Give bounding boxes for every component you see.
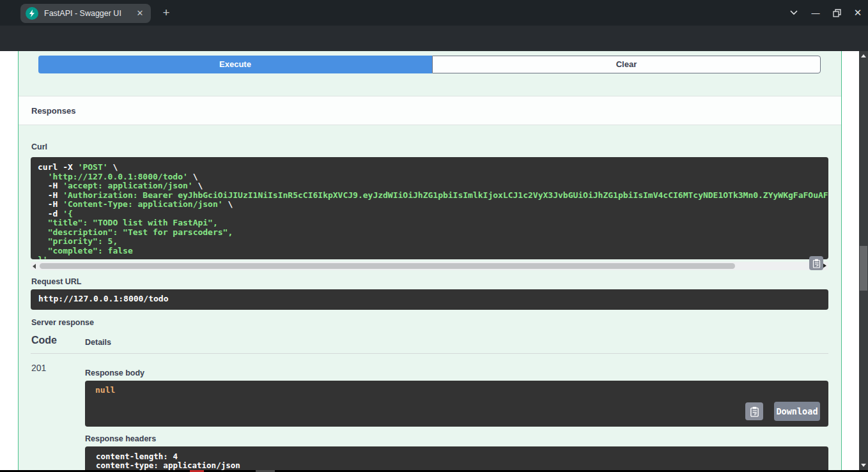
- request-url-block: http://127.0.0.1:8000/todo: [31, 289, 828, 310]
- responses-title: Responses: [31, 106, 75, 116]
- details-column-header: Details: [85, 338, 111, 347]
- responses-header-band: Responses: [19, 96, 841, 125]
- scrollbar-up-arrow-icon[interactable]: [861, 54, 866, 57]
- curl-copy-button[interactable]: [809, 256, 823, 270]
- response-body-block: null Download: [85, 381, 828, 427]
- scrollbar-thumb[interactable]: [860, 246, 867, 291]
- fastapi-favicon-icon: [26, 7, 38, 20]
- curl-horizontal-scrollbar[interactable]: [31, 262, 828, 270]
- new-tab-button[interactable]: +: [160, 6, 173, 19]
- response-headers-label: Response headers: [85, 434, 156, 443]
- clear-button[interactable]: Clear: [432, 56, 821, 73]
- page-scrollbar[interactable]: [859, 51, 868, 470]
- window-close-button[interactable]: ✕: [850, 0, 865, 26]
- browser-toolbar: i 127.0.0.1:8000/docs#/Todo/create_todo_…: [0, 26, 868, 51]
- hscroll-thumb[interactable]: [40, 263, 735, 269]
- code-column-header: Code: [31, 335, 57, 346]
- tab-search-chevron-icon[interactable]: [786, 0, 802, 26]
- response-body-label: Response body: [85, 369, 144, 377]
- request-url-text: http://127.0.0.1:8000/todo: [38, 294, 821, 304]
- swagger-page: Execute Clear Responses Curl curl -X 'PO…: [0, 51, 868, 470]
- curl-label: Curl: [31, 142, 47, 151]
- window-minimize-button[interactable]: —: [808, 0, 823, 26]
- response-headers-text: content-length: 4 content-type: applicat…: [96, 452, 818, 469]
- execute-button[interactable]: Execute: [38, 56, 432, 73]
- tab-close-icon[interactable]: ✕: [134, 8, 146, 19]
- response-body-value: null: [95, 386, 818, 395]
- window-restore-button[interactable]: [829, 0, 844, 26]
- browser-tab[interactable]: FastAPI - Swagger UI ✕: [20, 4, 151, 23]
- request-url-label: Request URL: [31, 277, 81, 286]
- hscroll-left-arrow-icon[interactable]: [33, 264, 36, 269]
- browser-window: FastAPI - Swagger UI ✕ + — ✕ i 127.0.0.1…: [0, 0, 868, 472]
- opblock-right-border: [841, 51, 842, 470]
- server-response-label: Server response: [31, 318, 94, 327]
- tab-title: FastAPI - Swagger UI: [44, 9, 134, 18]
- response-row-divider: [31, 353, 828, 354]
- status-code: 201: [31, 363, 46, 373]
- tab-strip: FastAPI - Swagger UI ✕ + — ✕: [0, 0, 868, 26]
- scrollbar-down-arrow-icon[interactable]: [861, 464, 866, 467]
- curl-command-text: curl -X 'POST' \ 'http://127.0.0.1:8000/…: [38, 163, 821, 259]
- download-button[interactable]: Download: [774, 402, 820, 421]
- response-headers-block: content-length: 4 content-type: applicat…: [85, 446, 828, 470]
- curl-code-block[interactable]: curl -X 'POST' \ 'http://127.0.0.1:8000/…: [31, 157, 828, 259]
- response-body-copy-button[interactable]: [745, 402, 763, 420]
